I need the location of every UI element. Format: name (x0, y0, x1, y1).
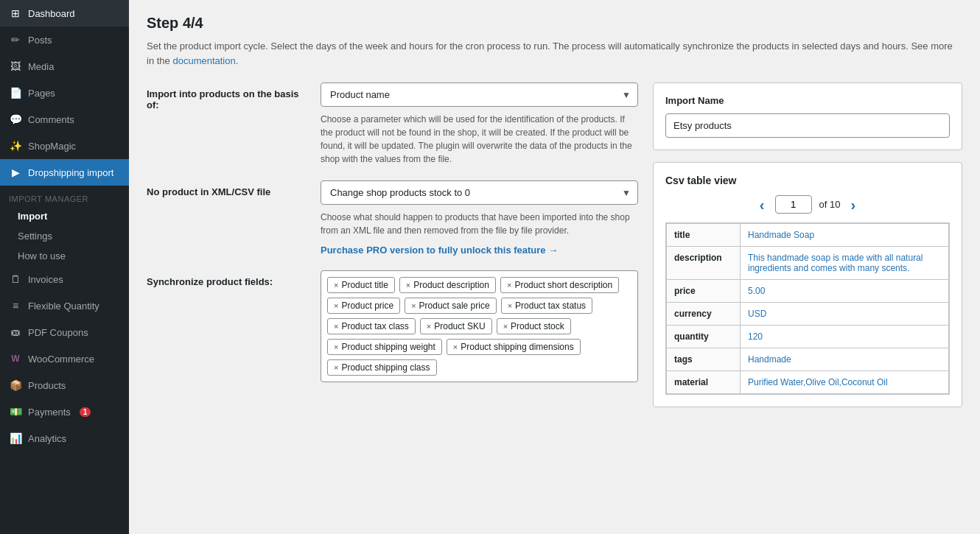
sidebar: ⊞ Dashboard ✏ Posts 🖼 Media 📄 Pages 💬 Co… (0, 0, 129, 534)
sidebar-sub-import[interactable]: Import (0, 206, 129, 226)
import-basis-section: Import into products on the basis of: Pr… (147, 82, 638, 166)
tag-remove-icon: × (508, 301, 512, 310)
tag-remove-icon: × (334, 322, 338, 331)
tag-remove-icon: × (334, 281, 338, 289)
tag-remove-icon: × (334, 363, 338, 372)
sidebar-item-payments[interactable]: 💵 Payments 1 (0, 398, 129, 425)
dropshipping-icon: ▶ (9, 166, 22, 179)
page-number-input[interactable] (775, 195, 812, 214)
sync-field-tag[interactable]: × Product shipping class (327, 359, 437, 376)
media-icon: 🖼 (9, 60, 22, 73)
pdf-coupons-icon: 🎟 (9, 326, 22, 339)
next-page-button[interactable]: › (847, 197, 858, 212)
no-product-control: Change shop products stock to 0 Delete p… (321, 180, 638, 256)
shopmagic-icon: ✨ (9, 139, 22, 152)
sync-field-tag[interactable]: × Product title (327, 277, 395, 293)
csv-value: 5.00 (741, 280, 949, 303)
flexible-quantity-icon: ≡ (9, 299, 22, 312)
tag-remove-icon: × (411, 301, 416, 310)
analytics-icon: 📊 (9, 432, 22, 445)
table-row: price5.00 (667, 280, 949, 303)
tag-remove-icon: × (334, 301, 338, 310)
import-name-input[interactable] (665, 113, 950, 138)
sidebar-item-media[interactable]: 🖼 Media (0, 53, 129, 80)
sidebar-sub-settings[interactable]: Settings (0, 226, 129, 246)
sync-field-tag[interactable]: × Product price (327, 298, 400, 314)
csv-key: tags (667, 348, 741, 371)
csv-table: titleHandmade SoapdescriptionThis handma… (666, 223, 949, 394)
sidebar-sub-how-to-use[interactable]: How to use (0, 246, 129, 266)
sidebar-item-pages[interactable]: 📄 Pages (0, 80, 129, 106)
sidebar-item-dropshipping[interactable]: ▶ Dropshipping import (0, 159, 129, 186)
pro-link[interactable]: Purchase PRO version to fully unlock thi… (321, 245, 638, 256)
sidebar-item-shopmagic[interactable]: ✨ ShopMagic (0, 133, 129, 159)
table-row: titleHandmade Soap (667, 224, 949, 247)
table-row: materialPurified Water,Olive Oil,Coconut… (667, 371, 949, 394)
sidebar-item-invoices[interactable]: 🗒 Invoices (0, 266, 129, 292)
sync-field-tag[interactable]: × Product stock (497, 318, 571, 334)
csv-table-scroll[interactable]: titleHandmade SoapdescriptionThis handma… (665, 222, 950, 395)
csv-key: currency (667, 303, 741, 326)
sidebar-item-posts[interactable]: ✏ Posts (0, 27, 129, 53)
no-product-label: No product in XML/CSV file (147, 180, 309, 197)
csv-box: Csv table view ‹ of 10 › titleHandmade S… (653, 162, 962, 407)
sync-field-tag[interactable]: × Product shipping dimensions (447, 339, 581, 355)
sidebar-item-comments[interactable]: 💬 Comments (0, 106, 129, 133)
import-basis-hint: Choose a parameter which will be used fo… (321, 113, 638, 166)
csv-pagination: ‹ of 10 › (665, 195, 950, 214)
import-basis-select[interactable]: Product name Product SKU Product ID (321, 82, 638, 107)
sidebar-item-pdf-coupons[interactable]: 🎟 PDF Coupons (0, 319, 129, 345)
csv-value: USD (741, 303, 949, 326)
sync-field-tag[interactable]: × Product tax class (327, 318, 416, 334)
sync-field-tag[interactable]: × Product tax status (501, 298, 592, 314)
import-basis-select-wrapper: Product name Product SKU Product ID ▼ (321, 82, 638, 107)
import-basis-label: Import into products on the basis of: (147, 82, 309, 110)
pages-icon: 📄 (9, 86, 22, 99)
payments-icon: 💵 (9, 405, 22, 418)
step-title: Step 4/4 (147, 15, 962, 32)
left-panel: Import into products on the basis of: Pr… (147, 82, 638, 382)
dashboard-icon: ⊞ (9, 7, 22, 20)
sync-field-tag[interactable]: × Product short description (500, 277, 619, 293)
sync-field-tag[interactable]: × Product SKU (420, 318, 492, 334)
sync-fields-label: Synchronize product fields: (147, 270, 309, 287)
sidebar-item-woocommerce[interactable]: W WooCommerce (0, 345, 129, 372)
import-name-box: Import Name (653, 82, 962, 150)
csv-key: price (667, 280, 741, 303)
sidebar-item-analytics[interactable]: 📊 Analytics (0, 425, 129, 452)
documentation-link[interactable]: documentation (172, 55, 235, 66)
tag-remove-icon: × (406, 281, 410, 289)
right-panel: Import Name Csv table view ‹ of 10 › tit… (653, 82, 962, 407)
step-description: Set the product import cycle. Select the… (147, 39, 962, 68)
sidebar-item-products[interactable]: 📦 Products (0, 372, 129, 398)
tag-remove-icon: × (427, 322, 431, 331)
sync-field-tag[interactable]: × Product shipping weight (327, 339, 442, 355)
import-manager-label: Import Manager (0, 186, 129, 206)
page-of: of 10 (819, 199, 841, 210)
sidebar-item-flexible-quantity[interactable]: ≡ Flexible Quantity (0, 292, 129, 319)
sidebar-item-dashboard[interactable]: ⊞ Dashboard (0, 0, 129, 27)
woocommerce-icon: W (9, 352, 22, 365)
csv-key: description (667, 247, 741, 280)
posts-icon: ✏ (9, 33, 22, 46)
content-row: Import into products on the basis of: Pr… (147, 82, 962, 407)
table-row: tagsHandmade (667, 348, 949, 371)
table-row: descriptionThis handmade soap is made wi… (667, 247, 949, 280)
prev-page-button[interactable]: ‹ (757, 197, 768, 212)
sync-fields-section: Synchronize product fields: × Product ti… (147, 270, 638, 382)
table-row: quantity120 (667, 326, 949, 348)
no-product-section: No product in XML/CSV file Change shop p… (147, 180, 638, 256)
csv-value: This handmade soap is made with all natu… (741, 247, 949, 280)
main-content: Step 4/4 Set the product import cycle. S… (129, 0, 980, 534)
no-product-select[interactable]: Change shop products stock to 0 Delete p… (321, 180, 638, 205)
csv-value: 120 (741, 326, 949, 348)
csv-key: quantity (667, 326, 741, 348)
sync-field-tag[interactable]: × Product description (399, 277, 496, 293)
tag-remove-icon: × (334, 342, 338, 351)
no-product-select-wrapper: Change shop products stock to 0 Delete p… (321, 180, 638, 205)
csv-value: Handmade (741, 348, 949, 371)
csv-key: material (667, 371, 741, 394)
sync-field-tag[interactable]: × Product sale price (405, 298, 496, 314)
table-row: currencyUSD (667, 303, 949, 326)
csv-value: Handmade Soap (741, 224, 949, 247)
